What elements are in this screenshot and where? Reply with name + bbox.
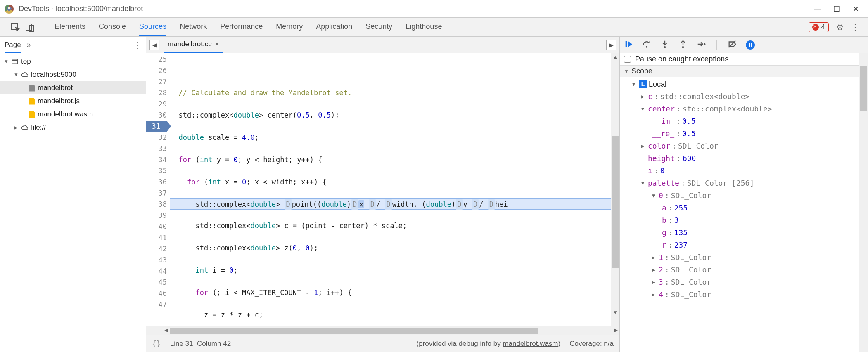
expand-icon: ▼ (624, 69, 629, 74)
tab-lighthouse[interactable]: Lighthouse (406, 18, 442, 36)
device-toolbar-icon[interactable] (25, 22, 35, 32)
coverage-status: Coverage: n/a (569, 340, 614, 348)
cloud-icon (21, 124, 28, 131)
scope-var-center[interactable]: ▼center: std::complex<double> (620, 103, 868, 115)
scope-palette-0-g[interactable]: g: 135 (620, 227, 868, 239)
script-icon (29, 98, 35, 105)
code-editor[interactable]: 25 26 27 28 29 30 31 32 33 34 35 36 37 3… (146, 53, 619, 326)
tree-node-top[interactable]: ▼ top (0, 55, 146, 68)
editor-statusbar: {} Line 31, Column 42 (provided via debu… (146, 335, 619, 352)
scroll-right-icon[interactable]: ▶ (614, 327, 618, 333)
editor-horizontal-scrollbar[interactable]: ◀ ▶ (146, 326, 619, 335)
scope-var-palette[interactable]: ▼palette: SDL_Color [256] (620, 177, 868, 189)
svg-point-8 (682, 46, 684, 48)
scope-palette-3[interactable]: ▶3: SDL_Color (620, 276, 868, 288)
code-content[interactable]: // Calculate and draw the Mandelbrot set… (170, 53, 619, 326)
navigator-header: Page » ⋮ (0, 37, 146, 53)
cursor-position: Line 31, Column 42 (170, 340, 231, 348)
pause-on-caught-checkbox[interactable] (624, 56, 631, 63)
scope-palette-0-r[interactable]: r: 237 (620, 239, 868, 251)
error-count-badge[interactable]: 4 (809, 22, 829, 32)
scroll-up-icon[interactable]: ▲ (611, 54, 619, 60)
cloud-icon (21, 71, 28, 78)
tab-elements[interactable]: Elements (55, 18, 85, 36)
debugger-panel: Pause on caught exceptions ▼ Scope ▲ ▼ L… (620, 37, 868, 352)
svg-rect-5 (626, 41, 627, 47)
expand-icon: ▼ (4, 59, 9, 64)
tab-memory[interactable]: Memory (276, 18, 303, 36)
scope-palette-2[interactable]: ▶2: SDL_Color (620, 264, 868, 276)
scope-local[interactable]: ▼ L Local (620, 78, 868, 90)
window-maximize-button[interactable]: ☐ (827, 0, 846, 18)
file-tab-mandelbrot-cc[interactable]: mandelbrot.cc × (164, 37, 223, 53)
scope-center-re[interactable]: __re_: 0.5 (620, 128, 868, 140)
pause-on-caught-row[interactable]: Pause on caught exceptions (620, 53, 868, 65)
tab-performance[interactable]: Performance (220, 18, 263, 36)
scroll-left-icon[interactable]: ◀ (164, 327, 168, 333)
deactivate-breakpoints-button[interactable] (728, 40, 737, 50)
debugger-vertical-scrollbar[interactable] (859, 53, 868, 352)
editor-vertical-scrollbar[interactable]: ▲ ▼ (611, 53, 619, 326)
tree-node-host[interactable]: ▼ localhost:5000 (0, 68, 146, 81)
error-count: 4 (821, 23, 825, 31)
window-minimize-button[interactable]: — (808, 0, 827, 18)
navigator-overflow-icon[interactable]: ⋮ (133, 40, 142, 50)
scope-palette-0-b[interactable]: b: 3 (620, 214, 868, 227)
tree-label: mandelbrot (38, 84, 73, 92)
scroll-down-icon[interactable]: ▼ (611, 309, 619, 315)
tree-file-mandelbrot-js[interactable]: mandelbrot.js (0, 94, 146, 108)
devtools-logo-icon (5, 5, 14, 14)
scope-palette-4[interactable]: ▶4: SDL_Color (620, 288, 868, 301)
source-map-info: (provided via debug info by mandelbrot.w… (417, 340, 561, 348)
scope-tree: ▼ L Local ▶c: std::complex<double> ▼cent… (620, 77, 868, 302)
document-icon (29, 85, 35, 92)
tab-application[interactable]: Application (316, 18, 352, 36)
scope-center-im[interactable]: __im_: 0.5 (620, 115, 868, 128)
file-tab-label: mandelbrot.cc (168, 40, 212, 48)
step-into-button[interactable] (660, 40, 669, 50)
tab-sources[interactable]: Sources (139, 18, 166, 36)
scroll-thumb[interactable] (170, 328, 538, 334)
scope-var-c[interactable]: ▶c: std::complex<double> (620, 90, 868, 103)
step-out-button[interactable] (678, 40, 688, 50)
step-button[interactable] (697, 40, 706, 50)
tree-node-file-scheme[interactable]: ▶ file:// (0, 121, 146, 134)
scope-header[interactable]: ▼ Scope ▲ (620, 65, 868, 77)
line-gutter: 25 26 27 28 29 30 31 32 33 34 35 36 37 3… (146, 53, 170, 326)
scroll-thumb[interactable] (612, 136, 619, 268)
scope-var-height[interactable]: height: 600 (620, 152, 868, 165)
scope-var-i[interactable]: i: 0 (620, 165, 868, 177)
resume-button[interactable] (624, 40, 633, 50)
scope-palette-0[interactable]: ▼0: SDL_Color (620, 189, 868, 202)
scope-var-color[interactable]: ▶color: SDL_Color (620, 140, 868, 152)
scope-palette-1[interactable]: ▶1: SDL_Color (620, 251, 868, 264)
navigator-more-tabs-icon[interactable]: » (27, 40, 31, 49)
tab-security[interactable]: Security (365, 18, 392, 36)
editor-tabbar: ◀ mandelbrot.cc × ▶ (146, 37, 619, 53)
pause-on-exceptions-button[interactable] (746, 40, 755, 50)
window-title: DevTools - localhost:5000/mandelbrot (19, 5, 143, 13)
inspect-element-icon[interactable] (10, 22, 20, 32)
pretty-print-icon[interactable]: {} (152, 339, 161, 348)
close-tab-icon[interactable]: × (215, 40, 219, 48)
nav-back-icon[interactable]: ◀ (149, 40, 159, 50)
settings-gear-icon[interactable]: ⚙ (836, 22, 844, 32)
local-badge-icon: L (639, 80, 647, 88)
nav-forward-icon[interactable]: ▶ (606, 40, 616, 50)
pause-on-caught-label: Pause on caught exceptions (635, 55, 728, 64)
tab-console[interactable]: Console (99, 18, 126, 36)
tab-network[interactable]: Network (180, 18, 207, 36)
editor-column: ◀ mandelbrot.cc × ▶ 25 26 27 28 29 30 31… (146, 37, 620, 352)
tree-file-mandelbrot-wasm[interactable]: mandelbrot.wasm (0, 108, 146, 121)
scope-palette-0-a[interactable]: a: 255 (620, 202, 868, 214)
panel-tabs: Elements Console Sources Network Perform… (43, 18, 453, 36)
svg-point-9 (704, 43, 706, 45)
svg-rect-1 (26, 24, 31, 31)
source-map-link[interactable]: mandelbrot.wasm (503, 340, 558, 347)
more-menu-icon[interactable]: ⋮ (851, 22, 859, 32)
tree-file-mandelbrot[interactable]: mandelbrot (0, 81, 146, 94)
navigator-tab-page[interactable]: Page (5, 41, 21, 53)
window-close-button[interactable]: ✕ (846, 0, 865, 18)
step-over-button[interactable] (642, 40, 651, 50)
scroll-thumb[interactable] (860, 66, 867, 111)
